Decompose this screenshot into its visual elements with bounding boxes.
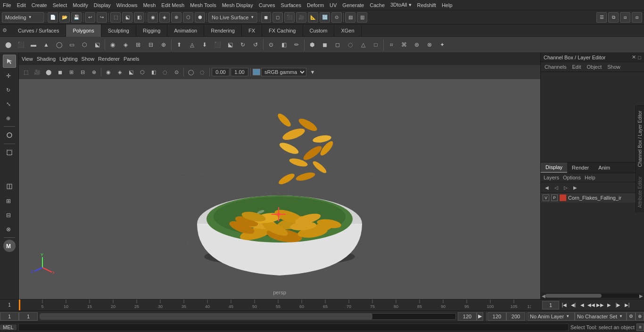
layer-icon-4[interactable]: ▶ [571, 183, 579, 192]
vp-icon-12[interactable]: ◧ [149, 67, 159, 77]
dra-tab-render[interactable]: Render [567, 163, 594, 172]
prev-key-btn[interactable]: ◀| [569, 301, 578, 309]
vp-menu-panels[interactable]: Panels [124, 56, 140, 62]
timeline-thumb[interactable] [40, 314, 372, 319]
gamma-chevron-icon[interactable]: ▼ [307, 67, 318, 77]
fill-icon-btn[interactable]: ⬛ [211, 39, 223, 51]
tab-polygons[interactable]: Polygons [66, 24, 101, 37]
max-frame-input[interactable] [506, 312, 525, 321]
snap3-btn[interactable]: ⊕ [171, 12, 182, 23]
cube-icon-btn[interactable]: ⬛ [15, 39, 27, 51]
ch-tab-channels[interactable]: Channels [543, 63, 568, 71]
vp-menu-shading[interactable]: Shading [37, 56, 56, 62]
smooth-icon-btn[interactable]: ⌗ [385, 39, 397, 51]
mesh6-icon-btn[interactable]: ⊕ [157, 39, 170, 51]
play-fwd-btn[interactable]: ▶▶ [596, 301, 604, 309]
anim-layer-dropdown[interactable]: No Anim Layer ▼ [528, 312, 575, 321]
playback-end-input[interactable] [487, 312, 506, 321]
bridge-icon-btn[interactable]: ⬇ [198, 39, 211, 51]
tab-animation[interactable]: Animation [167, 24, 204, 37]
layer-playback-toggle[interactable]: P [551, 194, 558, 201]
current-frame-input[interactable] [542, 301, 559, 309]
scroll-right-btn[interactable]: ▶ [639, 293, 643, 299]
tab-settings-icon[interactable]: ⚙ [0, 24, 9, 37]
layer-color-swatch[interactable] [560, 194, 566, 201]
ch-tab-show[interactable]: Show [605, 63, 622, 71]
pipe-icon-btn[interactable]: ⬕ [91, 39, 103, 51]
select-btn[interactable]: ⬚ [110, 12, 121, 23]
right-panel2-btn[interactable]: ⧉ [608, 12, 619, 23]
render3-btn[interactable]: ⬛ [284, 12, 295, 23]
tab-rendering[interactable]: Rendering [204, 24, 242, 37]
platonic-icon-btn[interactable]: ⬡ [78, 39, 91, 51]
universal-tool-btn[interactable]: ⊕ [3, 111, 16, 124]
vp-icon-16[interactable]: ◌ [197, 67, 207, 77]
go-end-btn[interactable]: ▶| [623, 301, 631, 309]
retopo-icon-btn[interactable]: ◌ [344, 39, 356, 51]
loop-icon-btn[interactable]: ↻ [237, 39, 249, 51]
menu-help[interactable]: Help [442, 2, 453, 8]
mesh4-icon-btn[interactable]: ⊞ [132, 39, 144, 51]
boolean-icon-btn[interactable]: ◼ [319, 39, 331, 51]
soft-select-btn[interactable] [3, 129, 16, 142]
extrude-icon-btn[interactable]: ⬆ [173, 39, 185, 51]
render7-btn[interactable]: ⊙ [331, 12, 342, 23]
command-line-input[interactable] [18, 324, 569, 331]
playback-start-input[interactable] [19, 312, 38, 321]
vp-icon-4[interactable]: ◼ [55, 67, 65, 77]
paint-btn[interactable]: ◧ [134, 12, 144, 23]
torus-icon-btn[interactable]: ◯ [53, 39, 65, 51]
triangulate-icon-btn[interactable]: △ [357, 39, 369, 51]
menu-display[interactable]: Display [94, 2, 111, 8]
vp-icon-14[interactable]: ⊙ [171, 67, 182, 77]
layout-btn[interactable] [3, 180, 16, 193]
char-set-btn2[interactable]: ⊕ [636, 312, 644, 321]
maya-logo-btn[interactable]: M [3, 240, 16, 252]
language-selector[interactable]: MEL [0, 324, 17, 330]
move-tool-btn[interactable]: ✛ [3, 69, 16, 82]
vp-menu-lighting[interactable]: Lighting [59, 56, 78, 62]
tab-sculpting[interactable]: Sculpting [101, 24, 136, 37]
char-set-btn1[interactable]: ⚙ [627, 312, 636, 321]
cam-x-input[interactable] [212, 68, 230, 76]
undo-btn[interactable]: ↩ [85, 12, 95, 23]
menu-edit-mesh[interactable]: Edit Mesh [161, 2, 184, 8]
cylinder-icon-btn[interactable]: ▬ [27, 39, 40, 51]
end-frame-input[interactable] [458, 312, 477, 321]
quad-icon-btn[interactable]: □ [370, 39, 382, 51]
render5-btn[interactable]: 📐 [308, 12, 318, 23]
dra-tab-display[interactable]: Display [541, 162, 567, 173]
layer-add-btn[interactable]: ◀ [543, 183, 551, 192]
layout2-btn[interactable]: ▥ [357, 12, 367, 23]
ch-tab-object[interactable]: Object [585, 63, 603, 71]
scrollbar-thumb[interactable] [545, 294, 602, 298]
menu-3dtoall[interactable]: 3DtoAll ▾ [390, 2, 412, 8]
target-icon-btn[interactable]: ⊙ [265, 39, 277, 51]
right-panel4-btn[interactable]: ⧈ [632, 12, 642, 23]
snap1-btn[interactable]: ◉ [148, 12, 158, 23]
side-tab-channel-box[interactable]: Channel Box / Layer Editor [636, 105, 644, 172]
scrollbar-track[interactable] [545, 294, 639, 298]
save-scene-btn[interactable]: 💾 [71, 12, 82, 23]
start-frame-input[interactable] [0, 312, 19, 321]
vp-icon-10[interactable]: ⬕ [126, 67, 136, 77]
channel-box-max-btn[interactable]: □ [638, 55, 641, 60]
cleanup-icon-btn[interactable]: ✦ [436, 39, 448, 51]
measure-btn[interactable]: ⊗ [3, 222, 16, 235]
dra-tab-anim[interactable]: Anim [594, 163, 615, 172]
tab-curves-surfaces[interactable]: Curves / Surfaces [11, 24, 66, 37]
play-back-btn[interactable]: ◀◀ [587, 301, 595, 309]
layer-visible-toggle[interactable]: V [543, 194, 549, 201]
next-key-btn[interactable]: |▶ [614, 301, 622, 309]
multi-icon-btn[interactable]: ◧ [278, 39, 290, 51]
layer-icon-2[interactable]: ◁ [552, 183, 561, 192]
colorize-icon-btn[interactable]: ⊗ [423, 39, 436, 51]
gamma-dropdown[interactable]: sRGB gamma [261, 68, 306, 76]
vp-menu-renderer[interactable]: Renderer [98, 56, 120, 62]
bevel-icon-btn[interactable]: ◬ [186, 39, 198, 51]
snap5-btn[interactable]: ⬢ [195, 12, 205, 23]
layers-menu-options[interactable]: Options [563, 175, 581, 180]
reduce-icon-btn[interactable]: ◻ [331, 39, 344, 51]
subdiv-icon-btn[interactable]: ⬕ [224, 39, 236, 51]
vp-icon-6[interactable]: ⊟ [77, 67, 88, 77]
